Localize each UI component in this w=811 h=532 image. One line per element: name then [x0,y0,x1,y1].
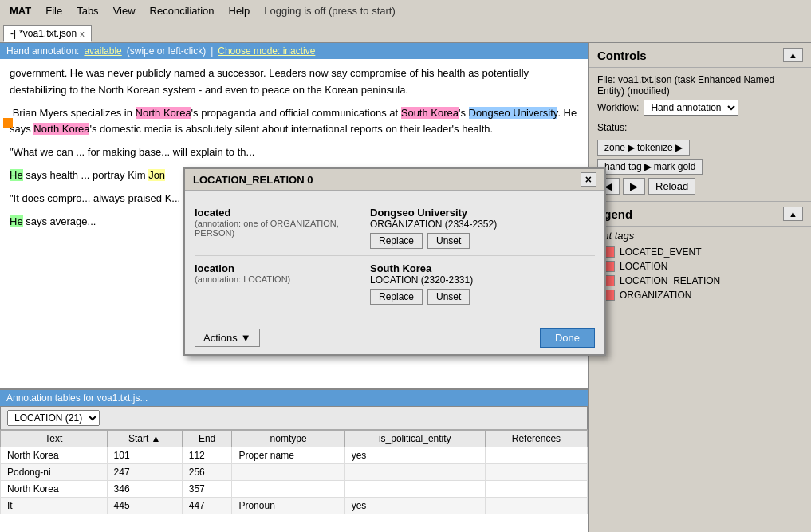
field-annot-located: (annotation: one of ORGANIZATION, PERSON… [195,219,370,238]
modal-value-location: South Korea LOCATION (2320-2331) Replace… [370,262,595,305]
actions-dropdown-icon: ▼ [241,332,251,344]
modal-footer: Actions ▼ Done [185,321,604,354]
modal-location-relation: LOCATION_RELATION 0 × located (annotatio… [183,167,606,356]
replace-btn-located[interactable]: Replace [370,233,423,249]
modal-titlebar: LOCATION_RELATION 0 × [185,169,604,191]
replace-btn-location[interactable]: Replace [370,289,423,305]
field-annot-location: (annotation: LOCATION) [195,274,370,284]
actions-btn[interactable]: Actions ▼ [195,329,260,347]
modal-btns-location: Replace Unset [370,289,595,305]
value-sub-located: ORGANIZATION (2334-2352) [370,219,595,230]
modal-body: located (annotation: one of ORGANIZATION… [185,191,604,321]
modal-value-located: Dongseo University ORGANIZATION (2334-23… [370,207,595,249]
actions-label: Actions [203,332,238,344]
value-sub-location: LOCATION (2320-2331) [370,274,595,286]
modal-row-located: located (annotation: one of ORGANIZATION… [195,200,595,256]
unset-btn-located[interactable]: Unset [427,233,470,249]
value-main-location: South Korea [370,262,595,274]
done-btn[interactable]: Done [540,328,595,348]
modal-field-located: located (annotation: one of ORGANIZATION… [195,207,370,238]
modal-btns-located: Replace Unset [370,233,595,249]
field-name-located: located [195,207,370,219]
field-name-location: location [195,262,370,274]
modal-row-location: location (annotation: LOCATION) South Ko… [195,256,595,311]
modal-overlay: LOCATION_RELATION 0 × located (annotatio… [0,0,811,532]
value-main-located: Dongseo University [370,207,595,219]
modal-title: LOCATION_RELATION 0 [193,174,313,186]
unset-btn-location[interactable]: Unset [427,289,470,305]
modal-close-btn[interactable]: × [581,172,596,187]
modal-field-location: location (annotation: LOCATION) [195,262,370,284]
